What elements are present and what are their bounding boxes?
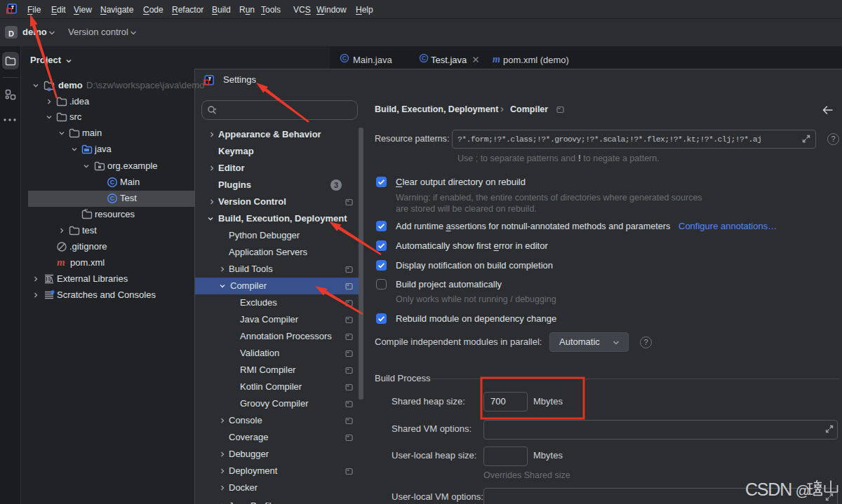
svg-text:C: C [110,195,115,202]
svg-text:C: C [110,179,115,186]
svg-text:C: C [422,55,426,62]
svg-text:C: C [342,55,347,62]
